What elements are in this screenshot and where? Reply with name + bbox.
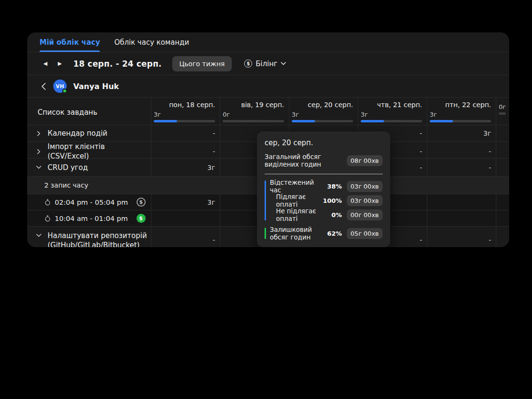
day-header-tue[interactable]: вів, 19 серп. 0г [220,98,289,127]
cell: - [151,227,220,247]
chevron-down-icon[interactable] [36,234,41,237]
progress-bar [499,112,506,115]
cell [496,227,509,247]
cell [427,194,496,210]
cell: 3г [151,159,220,176]
tracked-percent: 38% [325,183,342,190]
time-entry-2[interactable]: 10:04 am - 01:04 pm $ [27,210,151,226]
back-button[interactable] [40,82,47,91]
chevron-right-icon[interactable] [36,132,41,135]
task-setup-repository[interactable]: Налаштувати репозиторій (GitHub/GitLab/B… [27,227,151,247]
non-billable-percent: 0% [325,211,342,219]
stopwatch-icon [44,199,51,206]
tooltip-title: сер, 20 серп. [265,139,383,147]
day-header-sat-partial[interactable]: 0г [496,98,509,127]
tracked-time-group: Відстежений час 38% 03г 00хв Підлягає оп… [265,179,383,222]
allocated-hours-row: Загальний обсяг виділених годин 08г 00хв [265,153,383,168]
progress-bar [292,120,353,122]
user-name: Vanya Huk [73,82,119,91]
cell [151,210,220,226]
progress-bar [154,120,215,122]
tab-my-time-label: Мій облік часу [39,38,100,47]
billable-percent: 100% [323,197,342,204]
cell: 3г [427,125,496,141]
day-header-wed[interactable]: сер, 20 серп. 3г [289,98,358,127]
tab-team-time-label: Облік часу команди [114,38,189,47]
progress-bar [223,120,284,122]
tab-bar: Мій облік часу Облік часу команди [27,32,509,52]
day-header-mon[interactable]: пон, 18 серп. 3г [151,98,220,127]
day-header-fri[interactable]: птн, 22 серп. 3г [427,98,496,127]
progress-bar [430,120,491,122]
next-week-button[interactable]: ▶ [55,59,64,69]
avatar-initials: VH [56,83,64,89]
prev-week-button[interactable]: ◀ [40,59,50,69]
this-week-button[interactable]: Цього тижня [172,56,232,71]
user-row: VH Vanya Huk [27,75,509,98]
cell [427,210,496,226]
billable-dollar-icon-gray: $ [137,198,146,207]
page: Мій облік часу Облік часу команди ◀ ▶ 18… [0,0,532,399]
allocated-hours-badge: 08г 00хв [347,155,383,166]
time-entry-1[interactable]: 02:04 pm - 05:04 pm $ [27,194,151,210]
task-calendar-events[interactable]: Календар подій [27,125,151,141]
stopwatch-icon [44,215,51,222]
billing-label: Білінг [256,60,277,68]
remaining-badge: 05г 00хв [347,228,383,239]
task-list-header: Список завдань [27,98,151,127]
tab-my-time[interactable]: Мій облік часу [39,32,100,52]
toolbar: ◀ ▶ 18 серп. - 24 серп. Цього тижня $ Бі… [27,52,509,75]
billable-row: Підлягає оплаті 100% 03г 00хв [270,193,383,208]
tracked-time-row: Відстежений час 38% 03г 00хв [270,179,383,193]
table-header-row: Список завдань пон, 18 серп. 3г вів, 19 … [27,98,509,125]
chevron-down-icon [281,62,286,65]
time-entry-range: 10:04 am - 01:04 pm [55,215,128,222]
tooltip-divider [265,174,383,174]
online-status-dot [62,89,67,93]
time-entry-range: 02:04 pm - 05:04 pm [55,199,128,206]
date-range-label: 18 серп. - 24 серп. [73,59,162,69]
cell [496,159,509,176]
cell [496,210,509,226]
billable-badge: 03г 00хв [347,195,383,206]
allocated-hours-label: Загальний обсяг виділених годин [265,153,347,168]
cell: - [427,159,496,176]
tab-team-time[interactable]: Облік часу команди [114,32,189,52]
cell [496,125,509,141]
cell [496,142,509,161]
non-billable-badge: 00г 00хв [347,209,383,220]
avatar: VH [53,80,67,93]
cell: - [427,227,496,247]
billing-dropdown[interactable]: $ Білінг [244,60,286,68]
task-import-clients[interactable]: Імпорт клієнтів (CSV/Excel) [27,142,151,161]
cell: - [427,142,496,161]
chevron-down-icon[interactable] [36,166,41,169]
cell [496,194,509,210]
billable-dollar-icon-green: $ [137,214,146,223]
task-crud-deals[interactable]: CRUD угод [27,159,151,176]
chevron-right-icon[interactable] [36,150,41,153]
remaining-hours-row: Залишковий обсяг годин 62% 05г 00хв [270,226,383,240]
cell: 3г [151,194,220,210]
cell: - [151,125,220,141]
billing-dollar-icon: $ [244,60,252,68]
remaining-percent: 62% [325,230,342,237]
cell: - [151,142,220,161]
progress-bar [361,120,422,122]
tracked-badge: 03г 00хв [347,181,383,192]
day-summary-tooltip: сер, 20 серп. Загальний обсяг виділених … [257,131,390,247]
day-header-thu[interactable]: чтв, 21 серп. 3г [358,98,427,127]
remaining-hours-group: Залишковий обсяг годин 62% 05г 00хв [265,226,383,240]
non-billable-row: Не підлягає оплаті 0% 00г 00хв [270,208,383,222]
